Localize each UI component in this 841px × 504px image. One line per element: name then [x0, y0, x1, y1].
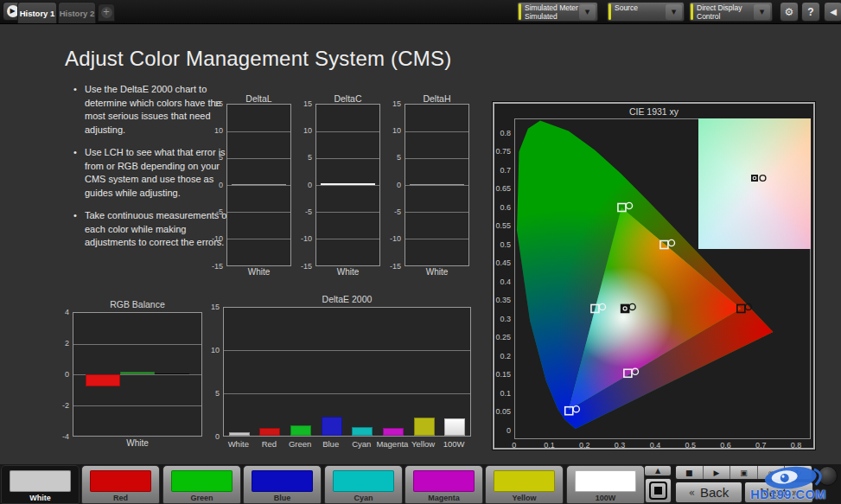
pattern-swatch-red[interactable]: Red [81, 465, 160, 504]
x-category-label: Green [283, 439, 317, 449]
swatch-color [10, 470, 71, 492]
meter-dropdown[interactable]: Simulated Meter Simulated ▾ [517, 2, 598, 22]
y-tick-label: 15 [206, 99, 223, 109]
pattern-window-button[interactable] [645, 478, 672, 503]
gridline [224, 350, 470, 351]
y-tick-label: -10 [206, 234, 223, 244]
gridline [227, 131, 290, 132]
help-icon: ? [807, 6, 813, 18]
source-dropdown[interactable]: Source ▾ [607, 2, 685, 22]
x-category-label: Cyan [344, 439, 379, 449]
chart-title: DeltaC [315, 93, 380, 104]
swatch-label: Cyan [325, 494, 402, 502]
pattern-bar: WhiteRedGreenBlueCyanMagentaYellow100W ▲… [0, 464, 841, 504]
back-button[interactable]: « Back [675, 482, 742, 503]
chart-plot-area [405, 104, 469, 266]
swatch-color [494, 470, 555, 492]
pattern-swatch-yellow[interactable]: Yellow [485, 465, 564, 504]
pattern-swatch-magenta[interactable]: Magenta [405, 465, 483, 504]
y-tick-label: 0 [384, 181, 401, 190]
y-tick-label: 10 [295, 126, 312, 136]
collapse-button[interactable]: ◀ [824, 2, 841, 22]
y-tick-label: -5 [206, 207, 223, 217]
gridline [224, 393, 470, 394]
swatch-label: Yellow [486, 494, 563, 502]
gridline [405, 212, 468, 213]
gridline [316, 239, 379, 239]
pattern-swatch-white[interactable]: White [1, 465, 80, 504]
add-tab-button[interactable]: + [98, 3, 115, 22]
gridline [73, 344, 201, 345]
y-tick-label: -10 [384, 234, 401, 244]
y-tick-label: 10 [206, 126, 223, 136]
y-tick-label: 5 [206, 153, 223, 163]
chart-delta-c: DeltaC151050-5-10-15White [293, 93, 383, 277]
refresh-button[interactable]: ↻ [785, 466, 812, 479]
pattern-swatch-cyan[interactable]: Cyan [324, 465, 403, 504]
chart-title: DeltaE 2000 [223, 294, 471, 304]
cie-chart-title: CIE 1931 xy [494, 106, 813, 117]
chart-delta-l: DeltaL151050-5-10-15White [204, 93, 294, 277]
y-tick-label: 0.05 [494, 407, 511, 417]
display-control-dropdown[interactable]: Direct Display Control ▾ [689, 2, 773, 22]
continuous-measure-button[interactable]: ∞ [758, 466, 786, 479]
gridline [227, 212, 290, 213]
y-tick-label: -4 [52, 432, 69, 442]
chart-plot-area [226, 104, 291, 266]
source-accent-bar [608, 3, 611, 20]
meter-dropdown-sublabel: Simulated [525, 13, 578, 22]
save-button[interactable]: ▣ [730, 466, 758, 479]
next-button[interactable]: Next » [744, 482, 813, 503]
measured-bar [321, 183, 375, 185]
pattern-swatch-green[interactable]: Green [162, 465, 241, 504]
deltae-bar-yellow [414, 418, 435, 436]
chevron-down-icon[interactable]: ▾ [666, 4, 682, 20]
tab-history-1[interactable]: History 1 [17, 2, 57, 23]
y-tick-label: 0.4 [494, 278, 511, 287]
chevron-down-icon[interactable]: ▾ [754, 4, 770, 20]
chevron-right-double-icon: » [792, 487, 798, 499]
record-button[interactable] [818, 466, 838, 486]
y-tick-label: -2 [52, 401, 69, 411]
deltae-bar-white [229, 432, 250, 436]
y-tick-label: 10 [384, 126, 401, 136]
white-point-marker-layer [698, 118, 811, 249]
deltae-bar-magenta [383, 428, 404, 436]
pattern-up-button[interactable]: ▲ [644, 465, 672, 476]
display-control-accent-bar [691, 3, 693, 20]
gridline [405, 185, 468, 186]
y-tick-label: 0 [206, 181, 223, 190]
play-button[interactable]: ▶ [704, 466, 731, 479]
pattern-swatch-100w[interactable]: 100W [566, 465, 645, 504]
swatch-label: Blue [244, 494, 321, 502]
chevron-left-icon: ◀ [830, 7, 837, 16]
x-category-label: Yellow [406, 439, 441, 449]
tab-history-2[interactable]: History 2 [58, 2, 96, 23]
swatch-color [252, 470, 313, 492]
chevron-down-icon[interactable]: ▾ [579, 4, 596, 20]
help-button[interactable]: ? [801, 2, 820, 22]
chart-title: DeltaH [405, 93, 469, 104]
gridline [227, 185, 290, 186]
plus-icon: + [101, 7, 112, 18]
display-control-dropdown-label: Direct Display Control [697, 4, 753, 21]
chart-plot-area [223, 307, 471, 437]
y-tick-label: 15 [202, 303, 220, 312]
stop-button[interactable]: ■ [676, 466, 704, 479]
y-tick-label: 0.35 [494, 296, 511, 305]
deltae-bar-red [259, 428, 280, 436]
transport-controls: ■▶▣∞↻ [675, 465, 812, 480]
y-tick-label: 0.1 [494, 389, 511, 399]
gear-icon: ⚙ [785, 6, 794, 18]
y-tick-label: 0.8 [494, 129, 511, 138]
pattern-swatch-blue[interactable]: Blue [243, 465, 322, 504]
chart-plot-area [315, 104, 380, 266]
x-category-label: 100W [436, 439, 471, 449]
gridline [405, 131, 468, 132]
y-tick-label: -5 [384, 207, 401, 217]
settings-button[interactable]: ⚙ [780, 2, 799, 22]
deltae-bar-green [290, 425, 311, 436]
x-category-label: White [226, 267, 291, 277]
y-tick-label: -15 [384, 262, 401, 271]
y-tick-label: 0.2 [494, 352, 511, 361]
